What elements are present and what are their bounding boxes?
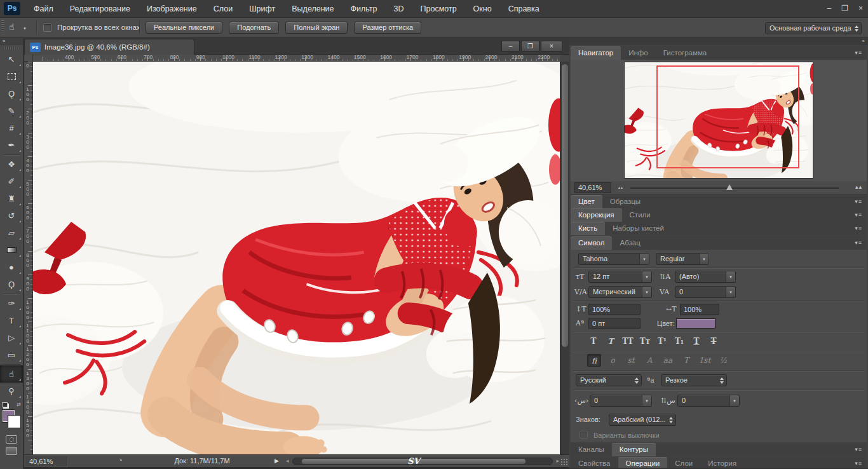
digits-select[interactable]: Арабский (012... — [609, 414, 676, 426]
menu-item-7[interactable]: 3D — [386, 0, 412, 18]
stack-2-tab-0[interactable]: Кисть — [571, 222, 605, 235]
faux-bold-button[interactable]: T — [587, 337, 600, 346]
panel-menu-icon[interactable]: ▾≡ — [850, 195, 867, 208]
justification-alternates-checkbox[interactable] — [580, 431, 588, 439]
scroll-right-icon[interactable]: ▸ — [556, 458, 559, 464]
menu-item-9[interactable]: Окно — [465, 0, 500, 18]
menu-item-1[interactable]: Редактирование — [62, 0, 139, 18]
language-select[interactable]: Русский — [576, 374, 642, 386]
type-tool[interactable]: T — [0, 312, 23, 329]
quick-mask-icon[interactable] — [6, 435, 17, 444]
text-color-swatch[interactable] — [676, 318, 715, 329]
superscript-button[interactable]: T¹ — [656, 337, 668, 346]
panel-menu-icon[interactable]: ▾≡ — [850, 46, 867, 60]
zoom-out-icon[interactable]: ▲▲ — [618, 186, 623, 189]
chevron-down-icon[interactable]: ▼ — [23, 27, 27, 31]
status-flyout-icon[interactable]: ▶ — [275, 458, 279, 464]
character-tab-1[interactable]: Абзац — [612, 236, 648, 250]
spot-healing-brush-tool[interactable]: ❖ — [0, 156, 23, 173]
navigator-zoom-slider[interactable] — [630, 181, 839, 194]
subscript-button[interactable]: T₁ — [673, 337, 686, 346]
leading-select[interactable]: (Авто) ▼ — [675, 271, 736, 283]
kashida-short-select[interactable]: 0 ▼ — [590, 395, 652, 407]
standard-ligatures-button[interactable]: fi — [587, 354, 601, 367]
panel-menu-icon[interactable]: ▾≡ — [850, 236, 867, 250]
resize-grip[interactable] — [560, 458, 569, 466]
options-button-0[interactable]: Реальные пиксели — [146, 22, 222, 34]
dock-collapse-icon[interactable]: » — [569, 38, 868, 45]
navigator-thumbnail[interactable] — [624, 62, 813, 179]
menu-item-3[interactable]: Слои — [205, 0, 241, 18]
crop-tool[interactable]: # — [0, 119, 23, 137]
canvas-image[interactable] — [33, 62, 560, 454]
path-selection-tool[interactable]: ▷ — [0, 329, 23, 346]
brush-tool[interactable]: ✐ — [0, 173, 23, 190]
background-color-swatch[interactable] — [8, 416, 20, 428]
horizontal-scrollbar-thumb[interactable]: SV — [302, 459, 526, 464]
menu-item-5[interactable]: Выделение — [283, 0, 342, 18]
stack-2-tab-1[interactable]: Наборы кистей — [605, 222, 672, 235]
options-button-1[interactable]: Подогнать — [229, 22, 279, 34]
status-zoom-field[interactable]: 40,61% — [25, 456, 67, 466]
channels-tab-1[interactable]: Контуры — [612, 443, 656, 456]
lasso-tool[interactable]: Ǫ — [0, 85, 23, 102]
stylistic-alternates-button[interactable]: aa — [661, 354, 675, 367]
horizontal-scrollbar[interactable]: SV — [292, 458, 553, 465]
strikethrough-button[interactable]: T — [707, 337, 720, 346]
fractions-button[interactable]: ½ — [716, 354, 730, 367]
stack-1-tab-0[interactable]: Коррекция — [571, 208, 622, 222]
blur-tool[interactable]: ● — [0, 259, 23, 276]
scroll-all-windows-checkbox[interactable] — [43, 24, 51, 32]
titling-alternates-button[interactable]: T — [679, 354, 693, 367]
restore-icon[interactable]: ❐ — [841, 3, 848, 13]
menu-item-8[interactable]: Просмотр — [412, 0, 465, 18]
menu-item-2[interactable]: Изображение — [139, 0, 205, 18]
small-caps-button[interactable]: Tт — [639, 337, 651, 346]
navigator-view-box[interactable] — [656, 65, 799, 168]
options-button-2[interactable]: Полный экран — [285, 22, 348, 34]
pen-tool[interactable]: ✑ — [0, 295, 23, 312]
minimize-icon[interactable]: – — [827, 3, 832, 13]
menu-item-10[interactable]: Справка — [500, 0, 548, 18]
scroll-left-icon[interactable]: ◂ — [286, 458, 289, 464]
hand-icon[interactable]: ☝ — [9, 22, 15, 32]
navigator-tab-1[interactable]: Инфо — [621, 46, 655, 60]
doc-minimize-icon[interactable]: – — [501, 41, 520, 51]
vertical-scale-field[interactable]: 100% — [588, 304, 641, 315]
options-button-3[interactable]: Размер оттиска — [354, 22, 421, 34]
font-size-select[interactable]: 12 пт ▼ — [588, 271, 652, 283]
screen-mode-icon[interactable] — [6, 447, 17, 455]
faux-italic-button[interactable]: T — [604, 337, 617, 346]
menu-item-0[interactable]: Файл — [25, 0, 62, 18]
doc-restore-icon[interactable]: ❐ — [521, 41, 539, 51]
hand-tool[interactable]: ☝ — [0, 365, 23, 383]
tracking-select[interactable]: 0 ▼ — [675, 286, 736, 298]
kashida-long-select[interactable]: 0 ▼ — [677, 395, 740, 407]
font-family-select[interactable]: Tahoma ▼ — [578, 253, 649, 265]
kerning-select[interactable]: Метрический ▼ — [588, 286, 652, 298]
stack-1-tab-1[interactable]: Стили — [622, 208, 658, 222]
horizontal-scale-field[interactable]: 100% — [680, 304, 719, 315]
menu-item-6[interactable]: Фильтр — [342, 0, 386, 18]
character-tab-0[interactable]: Символ — [571, 236, 612, 250]
discretionary-ligatures-button[interactable]: st — [624, 354, 638, 367]
clone-stamp-tool[interactable]: ♜ — [0, 190, 23, 207]
stack-0-tab-1[interactable]: Образцы — [602, 195, 648, 208]
panel-menu-icon[interactable]: ▾≡ — [850, 222, 867, 235]
contextual-alternates-button[interactable]: o — [606, 354, 620, 367]
document-tab[interactable]: Ps Image36.jpg @ 40,6% (RGB/8#) — [24, 39, 194, 55]
eyedropper-tool[interactable]: ✒ — [0, 137, 23, 154]
doc-close-icon[interactable]: × — [541, 41, 562, 51]
navigator-tab-2[interactable]: Гистограмма — [656, 46, 714, 60]
gradient-tool[interactable] — [0, 241, 23, 259]
vertical-scrollbar-thumb[interactable] — [562, 64, 568, 347]
underline-button[interactable]: T — [690, 337, 703, 346]
eraser-tool[interactable]: ▱ — [0, 224, 23, 241]
navigator-zoom-field[interactable]: 40,61% — [574, 182, 611, 193]
rectangular-marquee-tool[interactable] — [0, 68, 23, 85]
status-preview-icon[interactable]: ◔ — [118, 456, 123, 464]
history-brush-tool[interactable]: ↺ — [0, 207, 23, 224]
ordinals-button[interactable]: 1st — [698, 354, 712, 367]
channels-tab-0[interactable]: Каналы — [571, 443, 612, 456]
vertical-scrollbar[interactable] — [560, 62, 569, 454]
